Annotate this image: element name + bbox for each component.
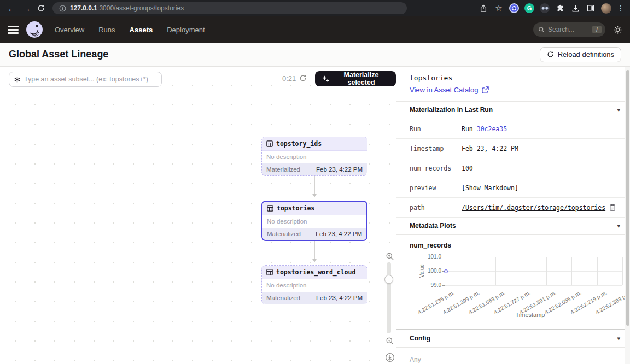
zoom-in-icon[interactable]	[386, 252, 394, 263]
node-status: Materialized	[266, 295, 300, 301]
browser-menu-icon[interactable]: ⋮	[617, 4, 625, 13]
edge-topstory-ids-to-topstories	[314, 174, 315, 197]
settings-gear-icon[interactable]	[613, 25, 622, 34]
external-link-icon	[482, 86, 489, 93]
metadata-plot-chart: 99.0100.0101.04:22:51.235 p.m.4:22:51.39…	[396, 250, 623, 322]
address-bar[interactable]: 127.0.0.1:3000/asset-groups/topstories	[52, 2, 407, 14]
zoom-slider-track[interactable]	[387, 262, 391, 333]
browser-back-button[interactable]: ←	[5, 4, 18, 13]
table-row: path /Users/tim/.dagster/storage/topstor…	[396, 198, 630, 218]
node-description: No description	[262, 151, 367, 163]
chevron-down-icon: ▾	[617, 107, 620, 114]
table-grid-icon	[266, 140, 273, 147]
panel-asset-name: topstories	[410, 74, 617, 82]
url-text: 127.0.0.1:3000/asset-groups/topstories	[70, 4, 184, 12]
asset-node-topstories[interactable]: topstories No description Materialized F…	[261, 201, 368, 241]
section-materialization-in-last-run[interactable]: Materialization in Last Run ▾	[396, 101, 630, 119]
asset-graph-canvas[interactable]: 0:21 Materialize selected topstory_ids N…	[0, 67, 396, 364]
node-description: No description	[262, 215, 366, 228]
nav-item-deployment[interactable]: Deployment	[167, 26, 205, 34]
panel-scrollbar-thumb[interactable]	[626, 70, 629, 326]
share-icon[interactable]	[479, 3, 488, 13]
path-link[interactable]: /Users/tim/.dagster/storage/topstories	[462, 204, 605, 212]
node-timestamp: Feb 23, 4:22 PM	[316, 295, 363, 301]
extension-grammarly-icon[interactable]: G	[524, 3, 534, 13]
reload-definitions-button[interactable]: Reload definitions	[540, 47, 621, 62]
section-metadata-plots[interactable]: Metadata Plots ▾	[396, 218, 630, 235]
browser-profile-avatar[interactable]	[601, 3, 611, 14]
chevron-down-icon: ▾	[617, 222, 620, 230]
asset-node-topstory-ids[interactable]: topstory_ids No description Materialized…	[261, 137, 368, 176]
refresh-timer: 0:21	[282, 74, 296, 83]
run-id-link[interactable]: 30c2ea35	[477, 125, 507, 133]
chevron-down-icon: ▾	[617, 335, 620, 342]
zoom-to-fit-icon[interactable]	[385, 353, 395, 364]
browser-reload-button[interactable]	[36, 3, 46, 13]
asset-detail-panel: topstories View in Asset Catalog Materia…	[396, 67, 630, 364]
site-info-icon[interactable]	[59, 5, 66, 12]
search-input[interactable]	[548, 26, 589, 33]
show-markdown-link[interactable]: Show Markdown	[465, 184, 515, 192]
global-search[interactable]: /	[533, 22, 605, 37]
dagster-logo[interactable]	[26, 21, 43, 38]
browser-chrome: ← → 127.0.0.1:3000/asset-groups/topstori…	[0, 0, 630, 16]
sidebar-toggle-icon[interactable]	[586, 3, 596, 13]
copy-icon[interactable]	[609, 204, 616, 211]
table-grid-icon	[266, 269, 273, 275]
edge-topstories-to-word-cloud	[314, 238, 315, 262]
materialize-selected-button[interactable]: Materialize selected	[315, 71, 396, 86]
asset-node-topstories-word-cloud[interactable]: topstories_word_cloud No description Mat…	[261, 265, 368, 304]
node-status: Materialized	[267, 231, 301, 237]
node-description: No description	[262, 279, 367, 292]
nav-item-runs[interactable]: Runs	[98, 26, 115, 34]
view-in-asset-catalog-link[interactable]: View in Asset Catalog	[410, 86, 617, 94]
search-icon	[538, 26, 545, 33]
table-row: Run Run 30c2ea35	[396, 119, 630, 139]
config-value: Any	[396, 348, 630, 364]
panel-scrollbar	[625, 67, 630, 364]
table-row: num_records 100	[396, 158, 630, 178]
table-row: Timestamp Feb 23, 4:22 PM	[396, 139, 630, 158]
asset-subset-input[interactable]	[24, 75, 157, 83]
plot-series-label: num_records	[396, 235, 630, 249]
page-title: Global Asset Lineage	[9, 49, 108, 60]
search-shortcut-badge: /	[592, 26, 602, 33]
table-grid-icon	[267, 205, 273, 212]
extension-password-icon[interactable]	[509, 3, 519, 13]
extension-glasses-icon[interactable]	[540, 3, 550, 13]
page-header: Global Asset Lineage Reload definitions	[0, 43, 630, 67]
zoom-out-icon[interactable]	[386, 337, 394, 348]
bookmark-star-icon[interactable]: ☆	[494, 3, 504, 13]
refresh-icon	[547, 51, 554, 58]
table-row: preview [Show Markdown]	[396, 178, 630, 198]
browser-forward-button[interactable]: →	[21, 4, 33, 13]
node-timestamp: Feb 23, 4:22 PM	[316, 231, 362, 237]
asset-subset-filter[interactable]	[9, 72, 162, 87]
node-status: Materialized	[266, 166, 300, 173]
extensions-puzzle-icon[interactable]	[555, 3, 565, 13]
zoom-slider-handle[interactable]	[384, 275, 393, 284]
nav-item-assets[interactable]: Assets	[130, 26, 153, 34]
menu-hamburger-icon[interactable]	[8, 26, 19, 34]
downloads-icon[interactable]	[570, 3, 580, 13]
materialization-table: Run Run 30c2ea35 Timestamp Feb 23, 4:22 …	[396, 119, 630, 218]
section-config[interactable]: Config ▾	[396, 330, 630, 348]
app-nav: Overview Runs Assets Deployment /	[0, 16, 630, 43]
graph-refresh-icon[interactable]	[299, 74, 307, 84]
asset-graph-filter-icon	[14, 76, 21, 83]
nav-item-overview[interactable]: Overview	[55, 26, 84, 34]
sparkle-icon	[322, 75, 329, 83]
node-timestamp: Feb 23, 4:22 PM	[316, 166, 363, 173]
